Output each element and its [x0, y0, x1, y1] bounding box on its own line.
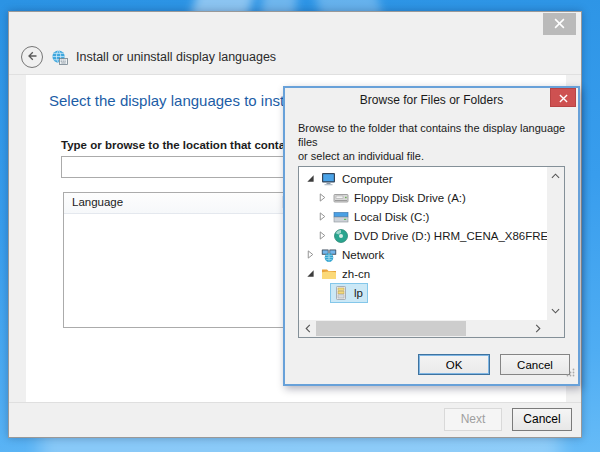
dialog-title: Browse for Files or Folders — [360, 93, 503, 107]
collapse-arrow-icon[interactable] — [304, 268, 316, 280]
folder-icon — [321, 266, 337, 282]
expander-spacer — [316, 287, 328, 299]
tree-item-dvd-drive-d-hrm-cena-x86frev-en-u[interactable]: DVD Drive (D:) HRM_CENA_X86FREV_EN-U — [299, 226, 547, 245]
main-footer: Next Cancel — [9, 401, 581, 437]
tree-item-label: Local Disk (C:) — [354, 211, 429, 223]
wizard-heading: Select the display languages to install — [49, 92, 299, 109]
scroll-down-icon[interactable] — [547, 304, 564, 318]
tree-item-label: Computer — [342, 173, 393, 185]
instruction-line: or select an individual file. — [298, 149, 568, 163]
tree-item-label: zh-cn — [342, 268, 370, 280]
dialog-close-button[interactable] — [550, 88, 576, 107]
tree-item-content[interactable]: Network — [318, 245, 389, 265]
tree-item-label: Network — [342, 249, 384, 261]
column-header-language[interactable]: Language — [72, 196, 123, 208]
hard-disk-icon — [333, 209, 349, 225]
location-label: Type or browse to the location that cont… — [61, 139, 302, 151]
scroll-up-icon[interactable] — [547, 169, 564, 183]
tree-item-content[interactable]: Floppy Disk Drive (A:) — [330, 188, 471, 208]
tree-item-content[interactable]: Local Disk (C:) — [330, 207, 434, 227]
browse-dialog: Browse for Files or Folders Browse to th… — [283, 86, 580, 386]
expand-arrow-icon[interactable] — [316, 230, 328, 242]
floppy-drive-icon — [333, 190, 349, 206]
dvd-drive-icon — [333, 228, 349, 244]
network-icon — [321, 247, 337, 263]
folder-tree: ComputerFloppy Disk Drive (A:)Local Disk… — [298, 166, 565, 338]
scroll-right-icon[interactable] — [531, 320, 545, 337]
collapse-arrow-icon[interactable] — [304, 173, 316, 185]
dialog-cancel-button[interactable]: Cancel — [500, 354, 570, 375]
display-language-icon — [51, 49, 68, 66]
tree-item-floppy-disk-drive-a[interactable]: Floppy Disk Drive (A:) — [299, 188, 547, 207]
nav-bar: Install or uninstall display languages — [9, 40, 581, 74]
window-close-button[interactable] — [543, 13, 576, 35]
tree-item-label: DVD Drive (D:) HRM_CENA_X86FREV_EN-U — [354, 230, 547, 242]
cancel-button[interactable]: Cancel — [512, 408, 572, 431]
back-arrow-icon — [26, 48, 38, 66]
vertical-scrollbar[interactable] — [547, 167, 564, 320]
computer-icon — [321, 171, 337, 187]
tree-item-network[interactable]: Network — [299, 245, 547, 264]
tree-item-label: lp — [354, 287, 363, 299]
tree-item-zh-cn[interactable]: zh-cn — [299, 264, 547, 283]
resize-grip-icon[interactable] — [566, 363, 575, 381]
tree-item-content[interactable]: Computer — [318, 169, 398, 189]
tree-item-lp[interactable]: lp — [299, 283, 547, 302]
close-icon — [554, 15, 565, 33]
back-button[interactable] — [21, 46, 43, 68]
dialog-instruction: Browse to the folder that contains the d… — [298, 121, 568, 163]
folder-tree-rows: ComputerFloppy Disk Drive (A:)Local Disk… — [299, 169, 547, 320]
scrollbar-corner — [547, 320, 564, 337]
next-button[interactable]: Next — [444, 408, 502, 431]
expand-arrow-icon[interactable] — [316, 211, 328, 223]
expand-arrow-icon[interactable] — [316, 192, 328, 204]
titlebar — [9, 12, 581, 40]
tree-item-content[interactable]: zh-cn — [318, 264, 375, 284]
language-pack-file-icon — [333, 285, 349, 301]
tree-item-local-disk-c[interactable]: Local Disk (C:) — [299, 207, 547, 226]
tree-item-content[interactable]: DVD Drive (D:) HRM_CENA_X86FREV_EN-U — [330, 226, 547, 246]
dialog-titlebar: Browse for Files or Folders — [285, 88, 578, 111]
horizontal-scrollbar[interactable] — [299, 320, 547, 337]
expand-arrow-icon[interactable] — [304, 249, 316, 261]
instruction-line: Browse to the folder that contains the d… — [298, 121, 568, 149]
page-title: Install or uninstall display languages — [76, 50, 276, 64]
scrollbar-thumb[interactable] — [316, 321, 466, 336]
desktop: { "colors": { "desktop_blue": "#3399ec",… — [0, 0, 600, 452]
tree-item-label: Floppy Disk Drive (A:) — [354, 192, 466, 204]
close-icon — [559, 89, 568, 107]
tree-item-content[interactable]: lp — [330, 283, 368, 303]
ok-button[interactable]: OK — [418, 354, 490, 375]
tree-item-computer[interactable]: Computer — [299, 169, 547, 188]
scroll-left-icon[interactable] — [301, 320, 315, 337]
